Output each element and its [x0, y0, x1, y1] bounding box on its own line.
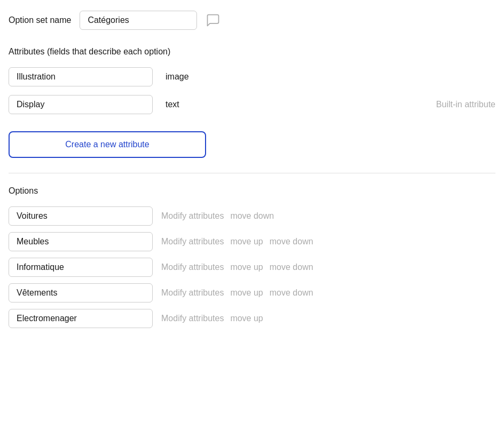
move-up-vetements[interactable]: move up: [230, 288, 263, 298]
option-set-name-row: Option set name: [9, 11, 495, 30]
section-divider: [9, 173, 495, 173]
create-attribute-button[interactable]: Create a new attribute: [9, 131, 206, 158]
options-section-label: Options: [9, 186, 495, 196]
attributes-section: Attributes (fields that describe each op…: [9, 47, 495, 114]
attribute-row: image: [9, 67, 495, 86]
move-down-voitures[interactable]: move down: [230, 211, 274, 221]
option-row-electromenager: Modify attributes move up: [9, 309, 495, 328]
option-actions-voitures: Modify attributes move down: [161, 211, 274, 221]
attribute-type-illustration: image: [166, 72, 189, 82]
options-section: Options Modify attributes move down Modi…: [9, 186, 495, 328]
attribute-type-display: text: [166, 100, 179, 109]
modify-attributes-vetements[interactable]: Modify attributes: [161, 288, 224, 298]
option-name-input-vetements[interactable]: [9, 283, 153, 302]
move-up-electromenager[interactable]: move up: [230, 314, 263, 323]
modify-attributes-informatique[interactable]: Modify attributes: [161, 262, 224, 272]
option-row-voitures: Modify attributes move down: [9, 206, 495, 226]
comment-icon: [206, 13, 220, 28]
modify-attributes-electromenager[interactable]: Modify attributes: [161, 314, 224, 323]
modify-attributes-meubles[interactable]: Modify attributes: [161, 237, 224, 246]
option-actions-informatique: Modify attributes move up move down: [161, 262, 313, 272]
option-actions-electromenager: Modify attributes move up: [161, 314, 263, 323]
option-set-label: Option set name: [9, 15, 71, 25]
option-set-input[interactable]: [80, 11, 197, 30]
option-name-input-informatique[interactable]: [9, 258, 153, 277]
attribute-name-input-display[interactable]: [9, 95, 153, 114]
move-down-vetements[interactable]: move down: [270, 288, 313, 298]
move-up-meubles[interactable]: move up: [230, 237, 263, 246]
option-row-informatique: Modify attributes move up move down: [9, 258, 495, 277]
option-actions-vetements: Modify attributes move up move down: [161, 288, 313, 298]
modify-attributes-voitures[interactable]: Modify attributes: [161, 211, 224, 221]
move-up-informatique[interactable]: move up: [230, 262, 263, 272]
option-name-input-meubles[interactable]: [9, 232, 153, 251]
attribute-name-input-illustration[interactable]: [9, 67, 153, 86]
move-down-informatique[interactable]: move down: [270, 262, 313, 272]
option-name-input-electromenager[interactable]: [9, 309, 153, 328]
attribute-row-display: text Built-in attribute: [9, 95, 495, 114]
option-row-meubles: Modify attributes move up move down: [9, 232, 495, 251]
option-actions-meubles: Modify attributes move up move down: [161, 237, 313, 246]
attributes-section-label: Attributes (fields that describe each op…: [9, 47, 495, 57]
option-name-input-voitures[interactable]: [9, 206, 153, 226]
move-down-meubles[interactable]: move down: [270, 237, 313, 246]
attribute-builtin-label: Built-in attribute: [436, 100, 495, 109]
option-row-vetements: Modify attributes move up move down: [9, 283, 495, 302]
